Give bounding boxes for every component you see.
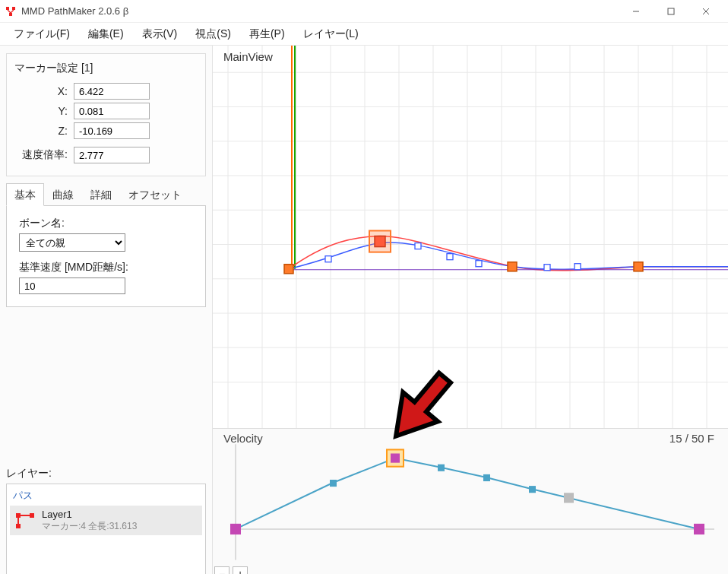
velocity-frame-text: 15 / 50 F (669, 432, 714, 445)
tab-basic-body: ボーン名: 全ての親 基準速度 [MMD距離/s]: (6, 205, 206, 307)
svg-rect-40 (447, 254, 453, 260)
menu-play[interactable]: 再生(P) (242, 24, 293, 44)
svg-rect-59 (391, 453, 400, 462)
svg-rect-4 (668, 8, 674, 14)
input-speed-mult[interactable] (74, 147, 150, 163)
main-view[interactable]: MainView (213, 46, 728, 429)
svg-rect-7 (16, 513, 21, 518)
tab-detail[interactable]: 詳細 (82, 183, 120, 205)
svg-rect-48 (375, 236, 385, 246)
svg-rect-55 (564, 493, 574, 503)
svg-rect-41 (476, 261, 482, 267)
layers-list: パス Layer1 マーカー:4 全長:31.613 (6, 484, 206, 574)
svg-rect-45 (508, 262, 517, 271)
label-y: Y: (14, 105, 74, 117)
menubar: ファイル(F) 編集(E) 表示(V) 視点(S) 再生(P) レイヤー(L) (0, 23, 728, 46)
minimize-button[interactable] (619, 0, 654, 23)
layer-name: Layer1 (42, 509, 137, 521)
velocity-canvas[interactable] (213, 429, 728, 574)
menu-view[interactable]: 表示(V) (135, 24, 185, 44)
layers-section: レイヤー: パス Layer1 マーカー:4 全長:31.613 (6, 467, 206, 574)
window-title: MMD PathMaker 2.0.6 β (21, 5, 619, 17)
close-button[interactable] (688, 0, 723, 23)
left-panel: マーカー設定 [1] X: Y: Z: 速度倍率: 基本 曲線 (0, 46, 213, 574)
zoom-out-button[interactable]: − (214, 566, 229, 574)
svg-rect-44 (284, 265, 293, 274)
input-base-speed[interactable] (19, 277, 125, 294)
svg-rect-46 (634, 262, 643, 271)
svg-rect-39 (415, 243, 421, 249)
svg-rect-9 (30, 513, 34, 518)
svg-rect-1 (12, 7, 15, 10)
input-x[interactable] (74, 83, 150, 100)
app-icon (5, 5, 17, 17)
tab-curve[interactable]: 曲線 (44, 183, 82, 205)
layers-label: レイヤー: (6, 467, 206, 480)
menu-file[interactable]: ファイル(F) (6, 24, 78, 44)
selected-marker-icon[interactable] (369, 230, 391, 252)
mainview-canvas[interactable] (213, 46, 728, 428)
svg-rect-0 (6, 7, 9, 10)
label-x: X: (14, 85, 74, 97)
svg-rect-53 (483, 474, 490, 481)
layer-sub: マーカー:4 全長:31.613 (42, 521, 137, 532)
svg-rect-54 (529, 486, 536, 493)
velocity-selected-point-icon[interactable] (387, 449, 404, 466)
mainview-title: MainView (223, 50, 273, 63)
svg-rect-56 (230, 524, 241, 534)
titlebar: MMD PathMaker 2.0.6 β (0, 0, 728, 23)
maximize-button[interactable] (654, 0, 688, 23)
marker-settings-group: マーカー設定 [1] X: Y: Z: 速度倍率: (6, 53, 206, 176)
label-bone: ボーン名: (19, 217, 198, 230)
menu-edit[interactable]: 編集(E) (81, 24, 131, 44)
menu-layer[interactable]: レイヤー(L) (296, 24, 366, 44)
svg-rect-51 (330, 480, 337, 487)
svg-rect-42 (544, 265, 550, 271)
label-z: Z: (14, 125, 74, 137)
label-speed-mult: 速度倍率: (14, 148, 74, 162)
velocity-view[interactable]: Velocity 15 / 50 F (213, 429, 728, 574)
tab-offset[interactable]: オフセット (120, 183, 190, 205)
select-bone[interactable]: 全ての親 (19, 233, 125, 252)
svg-rect-38 (325, 256, 331, 262)
marker-settings-title: マーカー設定 [1] (14, 62, 198, 75)
tab-basic[interactable]: 基本 (6, 183, 44, 206)
layer-path-icon (14, 512, 36, 530)
menu-viewpoint[interactable]: 視点(S) (188, 24, 239, 44)
zoom-in-button[interactable]: + (233, 566, 248, 574)
label-base-speed: 基準速度 [MMD距離/s]: (19, 261, 198, 274)
input-y[interactable] (74, 103, 150, 119)
input-z[interactable] (74, 122, 150, 139)
property-tabs: 基本 曲線 詳細 オフセット ボーン名: 全ての親 基準速度 [MMD距離/s]… (6, 182, 206, 307)
svg-rect-52 (438, 465, 445, 471)
velocity-title: Velocity (223, 432, 263, 445)
svg-rect-43 (574, 264, 581, 270)
layer-row[interactable]: Layer1 マーカー:4 全長:31.613 (10, 506, 202, 535)
svg-rect-57 (694, 524, 704, 534)
layers-path-group: パス (10, 487, 202, 504)
